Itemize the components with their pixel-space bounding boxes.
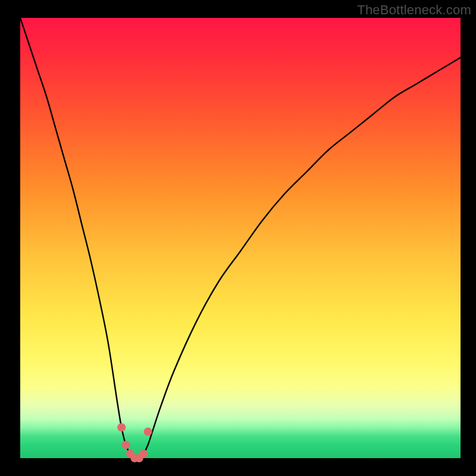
highlight-dot bbox=[117, 423, 126, 431]
highlight-dot bbox=[144, 428, 152, 436]
chart-frame: TheBottleneck.com bbox=[0, 0, 476, 476]
bottleneck-curve bbox=[20, 18, 461, 459]
highlight-dot bbox=[122, 441, 130, 449]
curve-layer bbox=[0, 0, 476, 476]
highlight-dot bbox=[139, 450, 148, 458]
